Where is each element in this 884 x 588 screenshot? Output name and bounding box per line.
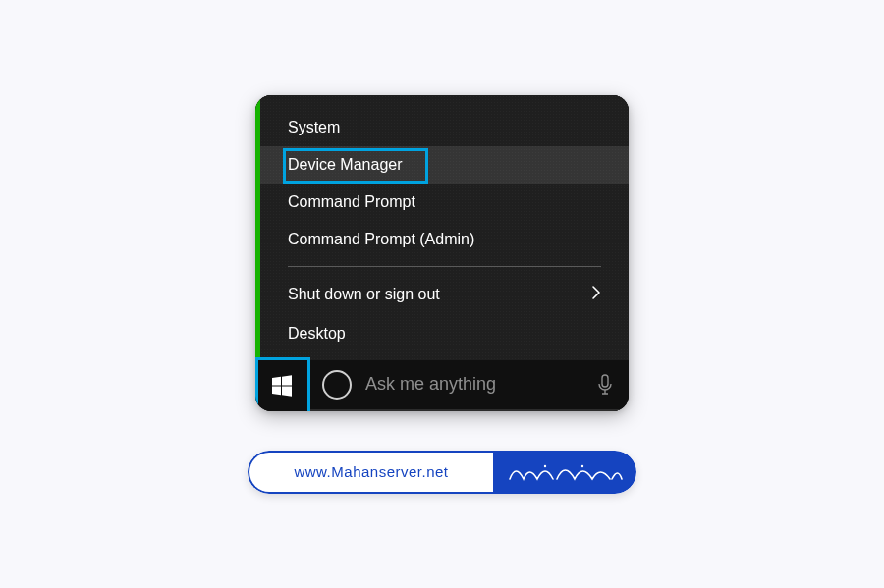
menu-item-system[interactable]: System [260, 109, 629, 146]
taskbar-search[interactable]: Ask me anything [308, 360, 629, 411]
menu-item-label: System [288, 119, 340, 136]
winx-quick-menu: System Device Manager Command Prompt Com… [255, 95, 629, 360]
windows-logo-icon [270, 374, 294, 398]
svg-point-8 [581, 464, 583, 466]
menu-item-shutdown-signout[interactable]: Shut down or sign out [260, 275, 629, 315]
menu-item-label: Shut down or sign out [288, 286, 440, 303]
menu-item-label: Device Manager [288, 156, 403, 174]
menu-item-command-prompt[interactable]: Command Prompt [260, 184, 629, 221]
menu-divider [288, 266, 601, 267]
svg-marker-0 [272, 376, 281, 385]
menu-item-label: Desktop [288, 325, 346, 343]
start-button[interactable] [255, 360, 308, 411]
menu-body: System Device Manager Command Prompt Com… [260, 95, 629, 360]
svg-point-7 [544, 464, 546, 466]
menu-item-desktop[interactable]: Desktop [260, 315, 629, 360]
svg-marker-1 [282, 375, 292, 385]
search-placeholder: Ask me anything [365, 374, 595, 395]
svg-rect-4 [602, 375, 608, 387]
watermark-bar: www.Mahanserver.net [248, 451, 636, 494]
svg-marker-2 [272, 386, 281, 395]
taskbar: Ask me anything [255, 360, 629, 411]
microphone-icon[interactable] [595, 372, 615, 398]
watermark-brand-logo [493, 451, 636, 494]
watermark-url: www.Mahanserver.net [248, 451, 493, 494]
menu-item-label: Command Prompt [288, 193, 415, 211]
menu-item-device-manager[interactable]: Device Manager [260, 146, 629, 184]
svg-marker-3 [282, 386, 292, 396]
chevron-right-icon [591, 285, 601, 305]
menu-item-label: Command Prompt (Admin) [288, 231, 474, 248]
cortana-icon [322, 370, 352, 400]
screenshot-container: System Device Manager Command Prompt Com… [255, 95, 629, 411]
menu-item-command-prompt-admin[interactable]: Command Prompt (Admin) [260, 221, 629, 258]
